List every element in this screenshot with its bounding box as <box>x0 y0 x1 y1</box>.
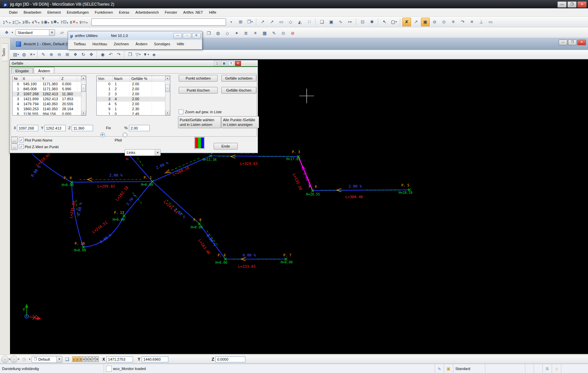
artifex-restore-button[interactable]: ▫ <box>183 33 191 39</box>
points-table-row[interactable]: 0545.1901171.3830.000 <box>13 82 86 87</box>
view-toggle-7[interactable]: 7 <box>92 356 95 362</box>
menu-item-artifexnet[interactable]: Artifex .NET <box>180 9 206 15</box>
element-changes-icon[interactable]: ≣ <box>543 364 552 373</box>
locks-icon[interactable]: ▣ <box>444 364 453 373</box>
ende-button[interactable]: Ende <box>214 143 238 150</box>
fence-tool[interactable]: 2▢▾ <box>12 19 21 25</box>
slopes-table-row[interactable]: 912.30 <box>97 107 170 112</box>
snap-origin-icon[interactable]: ✳ <box>449 18 458 26</box>
drop-element-icon[interactable]: ▣ <box>327 18 336 26</box>
flash-icon[interactable]: ✺ <box>368 18 376 26</box>
fence-mode-icon[interactable]: ⊡ <box>358 18 367 26</box>
pfeil-dropdown-caret[interactable]: ▼ <box>155 150 160 156</box>
zoom-window-icon[interactable]: ⊞ <box>64 51 71 58</box>
menu-item-einstellungen[interactable]: Einstellungen <box>64 9 92 15</box>
list-icon[interactable]: ▦ <box>221 61 227 66</box>
snap-toggle-icon[interactable]: ✘ <box>402 18 411 26</box>
saved-view-caret[interactable]: ▼ <box>56 356 62 362</box>
slopes-table-scroll-thumb[interactable]: ≡ <box>165 85 170 92</box>
snap-keypoint-icon[interactable]: ▣ <box>421 18 430 26</box>
z-field[interactable]: 11.360 <box>72 125 93 131</box>
point-cloud-icon[interactable]: ✦ <box>232 29 241 37</box>
gefaelle-loeschen-button[interactable]: Gefälle löschen <box>221 87 256 94</box>
move-parallel-icon[interactable]: ▭ <box>277 18 286 26</box>
scale-element-icon[interactable]: ◇ <box>286 18 295 26</box>
view-toggle-4[interactable]: 4 <box>82 356 85 362</box>
slopes-table-row[interactable]: 232.00 <box>97 92 170 97</box>
pfeil-dropdown[interactable]: Links ▼ <box>125 149 161 156</box>
selection-box-icon[interactable]: ▢▾ <box>390 18 398 26</box>
close-button[interactable]: ✕ <box>577 1 587 8</box>
snap-mode-icon[interactable]: ∿ <box>435 364 444 373</box>
tab-ndern[interactable]: Ändern <box>34 67 54 74</box>
copy-view-icon[interactable]: ❐ <box>126 51 134 58</box>
points-table[interactable]: NrXYZ0545.1901171.3830.0001845.0081171.3… <box>12 76 86 116</box>
view-toggle-5[interactable]: 5 <box>86 356 89 362</box>
y-field[interactable]: 1262.413 <box>44 125 66 131</box>
pointer-icon[interactable]: ↖ <box>380 18 389 26</box>
delete-tool[interactable]: 8✕▾ <box>69 19 78 25</box>
snap-nearest-icon[interactable]: ↗ <box>412 18 420 26</box>
snap-center-icon[interactable]: ⊙ <box>440 18 448 26</box>
view-forward-icon[interactable]: › <box>10 356 18 363</box>
modify-curve-icon[interactable]: ∿ <box>336 18 345 26</box>
keyin-dropdown-caret[interactable]: ▾ <box>227 18 236 26</box>
view-previous-icon[interactable]: ↶ <box>107 51 114 58</box>
change-attributes-tool[interactable]: 4✎▾ <box>31 19 40 25</box>
view-attributes-icon[interactable]: ▤▾ <box>12 51 20 58</box>
slopes-table-row[interactable]: 012.00 <box>97 82 170 87</box>
array-element-icon[interactable]: ∷ <box>305 18 314 26</box>
copy-element-icon[interactable]: ↗ <box>268 18 276 26</box>
selection-tool[interactable]: 1↖▾ <box>2 19 11 25</box>
view-groups-icon[interactable]: ❐▾ <box>246 18 254 26</box>
gefaelle-schieben-button[interactable]: Gefälle schieben <box>221 75 256 82</box>
view-minimize-button[interactable]: — <box>559 40 567 45</box>
menu-item-element[interactable]: Element <box>44 9 64 15</box>
menu-item-fenster[interactable]: Fenster <box>162 9 180 15</box>
artifex-title-bar[interactable]: µ artifex Utilities Net 10.1.0 — ▫ ✕ <box>68 31 202 40</box>
window-tool[interactable]: 7⊡▾ <box>60 19 69 25</box>
view-next-icon[interactable]: ↷ <box>115 51 122 58</box>
dialog-title-bar[interactable]: Gefälle ◫▦?✕ <box>10 60 258 67</box>
plot1-settings-button[interactable]: ... <box>11 137 18 143</box>
extend-element-icon[interactable]: ↦ <box>346 18 354 26</box>
view-close-button[interactable]: ✕ <box>577 40 586 45</box>
plot-z-wert-checkbox[interactable]: ✓ <box>19 144 24 149</box>
points-table-row[interactable]: 1845.0081171.3835.996 <box>13 87 86 92</box>
clip-volume-icon[interactable]: ▽▾ <box>134 51 142 58</box>
pan-view-icon[interactable]: ✥ <box>88 51 95 58</box>
style-dropdown-caret[interactable]: ▼ <box>49 30 55 36</box>
points-table-partial-row[interactable]: 61136.555994.1560.000 <box>13 112 86 115</box>
move-element-icon[interactable]: ↗ <box>258 18 267 26</box>
slopes-table-scroll-down[interactable]: ▼ <box>165 111 170 115</box>
design-history-icon[interactable]: ⌂ <box>552 364 561 373</box>
update-view-icon[interactable]: ✎ <box>40 51 47 58</box>
brightness-icon[interactable]: ☀▾ <box>28 51 36 58</box>
clip-mask-icon[interactable]: ▼▾ <box>142 51 150 58</box>
artifex-utilities-window[interactable]: µ artifex Utilities Net 10.1.0 — ▫ ✕ Tie… <box>68 31 202 50</box>
slopes-table-scroll-up[interactable]: ▲ <box>165 76 170 80</box>
no-access-icon[interactable]: ⊘ <box>288 29 297 37</box>
view-toggle-2[interactable]: 2 <box>76 356 79 362</box>
slopes-table-scrollbar[interactable]: ▲≡▼ <box>165 76 170 115</box>
menu-item-funktionen[interactable]: Funktionen <box>92 9 116 15</box>
points-table-row[interactable]: 41479.7941140.35020.555 <box>13 102 86 107</box>
points-table-row[interactable]: 21097.2681262.41311.360 <box>13 92 86 97</box>
highlight-tool[interactable]: 6✺▾ <box>50 19 59 25</box>
artifex-menu-tiefbau[interactable]: Tiefbau <box>71 41 89 47</box>
models-icon[interactable]: ⊞ <box>236 18 245 26</box>
view-toggle-1[interactable]: 1 <box>72 356 75 362</box>
menu-item-extras[interactable]: Extras <box>116 9 132 15</box>
walk-icon[interactable]: ◉ <box>99 51 106 58</box>
navigate-view-icon[interactable]: ◈ <box>150 51 158 58</box>
close-icon[interactable]: ✕ <box>235 61 241 66</box>
group-icon[interactable]: ❏ <box>318 18 326 26</box>
anzeigen-button[interactable]: Alle Punkte /Gefälle in Listen anzeigen <box>221 116 259 128</box>
menu-item-bearbeiten[interactable]: Bearbeiten <box>21 9 44 15</box>
style-dropdown[interactable]: Standard▼ <box>16 29 55 36</box>
punkt-schieben-button[interactable]: Punkt schieben <box>179 75 218 82</box>
artifex-menu-ndern[interactable]: Ändern <box>133 41 150 47</box>
plot-punkt-name-checkbox[interactable]: ✓ <box>19 138 24 142</box>
copy-tool[interactable]: 3⊞▾ <box>22 19 30 25</box>
points-table-scrollbar[interactable]: ▲≡▼ <box>81 76 86 115</box>
